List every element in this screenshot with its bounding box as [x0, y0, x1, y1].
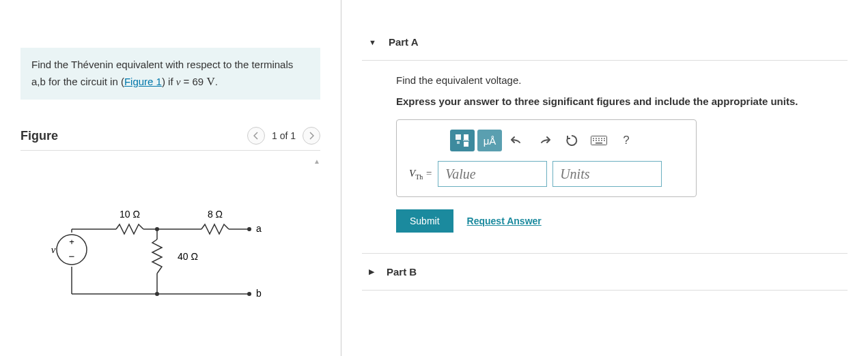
redo-button[interactable] [532, 130, 557, 151]
svg-point-29 [598, 140, 600, 141]
undo-icon [511, 135, 523, 146]
svg-rect-32 [596, 143, 602, 144]
v-label: v [51, 244, 56, 255]
circuit-diagram: + − v 10 Ω 8 Ω 40 Ω a b [20, 198, 266, 314]
r40-label: 40 Ω [178, 251, 198, 262]
svg-rect-19 [464, 142, 468, 147]
request-answer-link[interactable]: Request Answer [467, 216, 542, 226]
figure-divider [20, 150, 320, 151]
part-b-header[interactable]: ▶ Part B [362, 253, 848, 291]
variable-label: VTh = [409, 168, 432, 181]
r10-label: 10 Ω [120, 209, 140, 220]
prev-figure-button[interactable] [247, 127, 265, 145]
problem-text-post: . [215, 76, 218, 87]
chevron-left-icon [253, 132, 259, 140]
instruction-text: Find the equivalent voltage. [396, 74, 841, 86]
units-tool-button[interactable]: μÅ [477, 130, 502, 151]
r8-label: 8 Ω [208, 209, 223, 220]
caret-down-icon: ▼ [369, 38, 376, 46]
mu-a-label: μÅ [484, 135, 496, 147]
part-b-title: Part B [387, 266, 417, 278]
problem-statement: Find the Thévenin equivalent with respec… [20, 48, 320, 100]
svg-point-31 [604, 140, 605, 141]
a-label: a [256, 223, 262, 234]
chevron-right-icon [309, 132, 314, 140]
svg-point-30 [601, 140, 602, 141]
problem-text-mid: ) if [162, 76, 176, 87]
caret-right-icon: ▶ [369, 267, 374, 276]
answer-box: μÅ ? [396, 119, 697, 197]
svg-rect-17 [457, 141, 460, 144]
help-label: ? [623, 134, 629, 147]
reset-button[interactable] [559, 130, 584, 151]
figure-area: ▲ + − v 10 Ω [20, 158, 320, 328]
svg-point-25 [601, 138, 602, 139]
part-a-header[interactable]: ▼ Part A [362, 24, 848, 61]
svg-point-12 [155, 227, 159, 231]
scroll-up-icon[interactable]: ▲ [313, 158, 320, 165]
figure-nav: 1 of 1 [247, 127, 320, 145]
svg-rect-16 [456, 134, 461, 140]
figure-header: Figure 1 of 1 [20, 127, 320, 145]
right-panel: ▼ Part A Find the equivalent voltage. Ex… [341, 0, 868, 356]
part-a-body: Find the equivalent voltage. Express you… [362, 61, 848, 233]
figure-title: Figure [20, 129, 58, 143]
svg-point-26 [604, 138, 605, 139]
submit-button[interactable]: Submit [396, 209, 453, 233]
svg-point-15 [247, 292, 251, 296]
svg-point-28 [596, 140, 597, 141]
action-row: Submit Request Answer [396, 209, 841, 233]
keyboard-icon [591, 136, 607, 145]
svg-point-27 [593, 140, 594, 141]
redo-icon [538, 135, 550, 146]
undo-button[interactable] [505, 130, 529, 151]
svg-point-13 [155, 292, 159, 296]
svg-point-22 [593, 138, 594, 139]
next-figure-button[interactable] [303, 127, 320, 145]
svg-point-14 [247, 227, 251, 231]
figure-nav-text: 1 of 1 [272, 130, 296, 141]
units-input[interactable] [552, 161, 662, 187]
svg-rect-18 [464, 134, 468, 140]
problem-unit: V [206, 75, 214, 88]
reset-icon [565, 134, 578, 147]
svg-text:+: + [69, 237, 74, 247]
figure-link[interactable]: Figure 1 [124, 76, 162, 87]
problem-eq: = 69 [180, 76, 206, 87]
instruction-bold: Express your answer to three significant… [396, 95, 841, 107]
fraction-tool-button[interactable] [450, 130, 475, 151]
left-panel: Find the Thévenin equivalent with respec… [0, 0, 341, 356]
input-row: VTh = [409, 161, 684, 187]
value-input[interactable] [438, 161, 547, 187]
keyboard-button[interactable] [587, 130, 611, 151]
b-label: b [256, 288, 262, 299]
svg-text:−: − [69, 250, 75, 262]
answer-toolbar: μÅ ? [450, 130, 684, 151]
fraction-icon [455, 134, 470, 147]
svg-point-24 [598, 138, 600, 139]
svg-point-23 [596, 138, 597, 139]
part-a-title: Part A [389, 36, 419, 48]
help-button[interactable]: ? [614, 130, 639, 151]
